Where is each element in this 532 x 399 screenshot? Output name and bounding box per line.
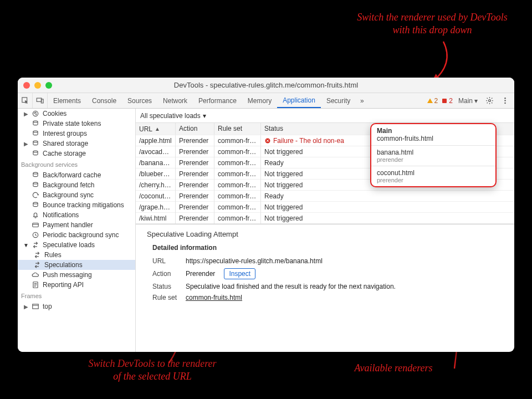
popover-item-title: coconut.html (377, 169, 490, 177)
sidebar-item-push-messaging[interactable]: Push messaging (18, 270, 135, 280)
swap-icon (33, 261, 41, 269)
inspect-button[interactable]: Inspect (224, 268, 255, 279)
cell-action: Prerender (176, 146, 214, 157)
sidebar-item-label: Background sync (43, 191, 94, 199)
svg-rect-19 (33, 223, 39, 227)
annotation-top: Switch the renderer used by DevTools wit… (355, 11, 510, 36)
popover-item-sub: prerender (377, 156, 490, 163)
svg-point-13 (33, 131, 38, 132)
svg-point-18 (33, 202, 38, 204)
tab-memory[interactable]: Memory (242, 93, 277, 108)
details-subheading: Detailed information (152, 244, 505, 252)
more-icon[interactable] (499, 96, 511, 105)
detail-value-status: Speculative load finished and the result… (186, 283, 396, 290)
sidebar-item-label: Cookies (43, 110, 66, 117)
gear-icon[interactable] (483, 96, 495, 105)
chevron-right-icon: ▶ (23, 304, 28, 310)
sidebar-item-periodic-background-sync[interactable]: Periodic background sync (18, 230, 135, 240)
cell-url: /apple.html (136, 135, 176, 146)
popover-item-main[interactable]: Main common-fruits.html (371, 124, 495, 145)
warnings-count: 2 (434, 97, 438, 105)
table-row[interactable]: /grape.htmlPrerendercommon-fr…Not trigge… (136, 202, 514, 213)
inspect-element-icon[interactable] (18, 93, 33, 108)
tab-performance[interactable]: Performance (193, 93, 242, 108)
cell-action: Prerender (176, 157, 214, 168)
svg-point-7 (504, 103, 506, 104)
table-row[interactable]: /kiwi.htmlPrerendercommon-fr…Not trigger… (136, 213, 514, 224)
speculative-loads-filter[interactable]: All speculative loads ▾ (140, 112, 206, 120)
cell-ruleset: common-fr… (214, 191, 261, 202)
sidebar-item-label: Private state tokens (43, 120, 101, 127)
sidebar-item-notifications[interactable]: Notifications (18, 210, 135, 220)
cell-action: Prerender (176, 180, 214, 191)
cell-ruleset: common-fr… (214, 168, 261, 180)
devtools-window: DevTools - speculative-rules.glitch.me/c… (18, 78, 514, 352)
sidebar-item-interest-groups[interactable]: Interest groups (18, 129, 135, 139)
sidebar-item-rules[interactable]: Rules (18, 250, 135, 260)
popover-item-title: Main (377, 127, 490, 135)
sidebar-icon (32, 130, 39, 137)
sidebar-item-back-forward-cache[interactable]: Back/forward cache (18, 170, 135, 180)
sidebar-item-cache-storage[interactable]: Cache storage (18, 149, 135, 158)
sidebar-item-reporting-api[interactable]: Reporting API (18, 280, 135, 290)
sidebar-icon (32, 120, 39, 127)
window-icon (32, 303, 39, 310)
device-toggle-icon[interactable] (33, 93, 48, 108)
window-titlebar: DevTools - speculative-rules.glitch.me/c… (18, 78, 514, 93)
sidebar-item-payment-handler[interactable]: Payment handler (18, 220, 135, 230)
errors-badge[interactable]: 2 (441, 97, 453, 105)
sidebar-item-speculations[interactable]: Speculations (18, 260, 135, 270)
popover-item-renderer[interactable]: banana.html prerender (371, 145, 495, 166)
tab-network[interactable]: Network (157, 93, 193, 108)
sidebar-item-label: Shared storage (43, 140, 88, 147)
tab-sources[interactable]: Sources (122, 93, 157, 108)
sidebar-item-cookies[interactable]: ▶Cookies (18, 109, 135, 119)
cell-ruleset: common-fr… (214, 202, 261, 213)
col-ruleset[interactable]: Rule set (214, 123, 261, 135)
overflow-tabs-icon[interactable]: » (356, 93, 368, 108)
cell-url: /kiwi.html (136, 213, 176, 224)
swap-icon (33, 251, 41, 259)
sidebar-item-bounce-tracking-mitigations[interactable]: Bounce tracking mitigations (18, 200, 135, 210)
sidebar-item-label: top (43, 303, 52, 310)
col-url[interactable]: URL▲ (136, 123, 176, 135)
table-row[interactable]: /coconut…Prerendercommon-fr…Ready (136, 191, 514, 202)
sidebar-item-label: Rules (44, 251, 62, 259)
close-icon[interactable] (23, 82, 30, 89)
sort-asc-icon: ▲ (155, 126, 160, 132)
sidebar-item-shared-storage[interactable]: ▶Shared storage (18, 139, 135, 149)
errors-count: 2 (449, 97, 453, 105)
tab-security[interactable]: Security (321, 93, 356, 108)
details-panel: Speculative Loading Attempt Detailed inf… (136, 224, 514, 352)
svg-point-17 (33, 182, 38, 184)
svg-point-14 (33, 141, 38, 142)
sidebar-item-label: Push messaging (43, 271, 92, 279)
maximize-icon[interactable] (45, 82, 52, 89)
tab-application[interactable]: Application (277, 93, 321, 108)
svg-point-6 (504, 100, 506, 101)
chevron-right-icon: ▶ (23, 141, 28, 147)
sidebar-item-label: Speculative loads (43, 241, 95, 249)
sidebar-item-top-frame[interactable]: ▶ top (18, 301, 135, 311)
svg-point-11 (35, 112, 36, 113)
detail-label-ruleset: Rule set (152, 294, 180, 301)
chevron-right-icon: ▶ (23, 111, 28, 117)
sidebar-icon (32, 181, 39, 189)
cell-status: Ready (261, 191, 514, 202)
svg-point-10 (36, 114, 37, 115)
tab-elements[interactable]: Elements (48, 93, 86, 108)
minimize-icon[interactable] (34, 82, 41, 89)
tab-console[interactable]: Console (86, 93, 122, 108)
cell-action: Prerender (176, 202, 214, 213)
detail-value-ruleset[interactable]: common-fruits.html (186, 294, 242, 301)
renderer-switcher-label: Main (458, 97, 473, 105)
sidebar-item-speculative-loads[interactable]: ▼ Speculative loads (18, 240, 135, 250)
sidebar-item-background-sync[interactable]: Background sync (18, 190, 135, 200)
col-action[interactable]: Action (176, 123, 214, 135)
sidebar-item-background-fetch[interactable]: Background fetch (18, 180, 135, 190)
sidebar-item-private-state-tokens[interactable]: Private state tokens (18, 119, 135, 129)
renderer-switcher[interactable]: Main ▾ (456, 97, 480, 105)
filter-label: All speculative loads (140, 112, 201, 120)
warnings-badge[interactable]: 2 (427, 97, 438, 105)
popover-item-renderer[interactable]: coconut.html prerender (371, 166, 495, 186)
